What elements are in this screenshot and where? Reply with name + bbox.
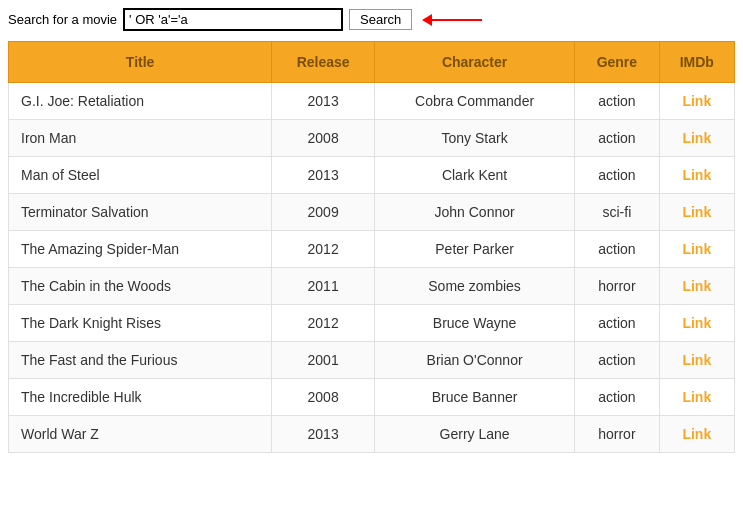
table-row: The Fast and the Furious2001Brian O'Conn…: [9, 342, 735, 379]
cell-character: Cobra Commander: [375, 83, 575, 120]
cell-imdb-link[interactable]: Link: [659, 194, 734, 231]
cell-genre: action: [575, 231, 660, 268]
col-character: Character: [375, 42, 575, 83]
cell-release: 2012: [272, 231, 375, 268]
cell-title: The Amazing Spider-Man: [9, 231, 272, 268]
cell-genre: action: [575, 157, 660, 194]
cell-release: 2013: [272, 83, 375, 120]
table-row: World War Z2013Gerry LanehorrorLink: [9, 416, 735, 453]
cell-genre: action: [575, 379, 660, 416]
cell-imdb-link[interactable]: Link: [659, 342, 734, 379]
table-row: The Cabin in the Woods2011Some zombiesho…: [9, 268, 735, 305]
cell-title: The Fast and the Furious: [9, 342, 272, 379]
cell-genre: horror: [575, 268, 660, 305]
cell-title: World War Z: [9, 416, 272, 453]
cell-genre: horror: [575, 416, 660, 453]
table-row: The Amazing Spider-Man2012Peter Parkerac…: [9, 231, 735, 268]
cell-release: 2012: [272, 305, 375, 342]
table-row: The Dark Knight Rises2012Bruce Wayneacti…: [9, 305, 735, 342]
cell-genre: action: [575, 305, 660, 342]
cell-imdb-link[interactable]: Link: [659, 231, 734, 268]
cell-title: Terminator Salvation: [9, 194, 272, 231]
table-body: G.I. Joe: Retaliation2013Cobra Commander…: [9, 83, 735, 453]
cell-genre: action: [575, 83, 660, 120]
cell-imdb-link[interactable]: Link: [659, 83, 734, 120]
search-button[interactable]: Search: [349, 9, 412, 30]
cell-genre: action: [575, 342, 660, 379]
cell-release: 2008: [272, 379, 375, 416]
cell-title: The Incredible Hulk: [9, 379, 272, 416]
col-imdb: IMDb: [659, 42, 734, 83]
cell-release: 2011: [272, 268, 375, 305]
cell-title: Iron Man: [9, 120, 272, 157]
movies-table: Title Release Character Genre IMDb G.I. …: [8, 41, 735, 453]
cell-genre: action: [575, 120, 660, 157]
cell-release: 2009: [272, 194, 375, 231]
cell-title: G.I. Joe: Retaliation: [9, 83, 272, 120]
cell-imdb-link[interactable]: Link: [659, 416, 734, 453]
cell-imdb-link[interactable]: Link: [659, 268, 734, 305]
search-label: Search for a movie: [8, 12, 117, 27]
cell-imdb-link[interactable]: Link: [659, 120, 734, 157]
cell-release: 2013: [272, 157, 375, 194]
table-row: G.I. Joe: Retaliation2013Cobra Commander…: [9, 83, 735, 120]
cell-title: The Cabin in the Woods: [9, 268, 272, 305]
col-title: Title: [9, 42, 272, 83]
cell-character: Tony Stark: [375, 120, 575, 157]
cell-character: Bruce Wayne: [375, 305, 575, 342]
cell-imdb-link[interactable]: Link: [659, 305, 734, 342]
table-row: Iron Man2008Tony StarkactionLink: [9, 120, 735, 157]
search-input[interactable]: [123, 8, 343, 31]
search-bar: Search for a movie Search: [8, 8, 735, 31]
svg-marker-1: [422, 14, 432, 26]
col-release: Release: [272, 42, 375, 83]
cell-character: John Connor: [375, 194, 575, 231]
cell-imdb-link[interactable]: Link: [659, 379, 734, 416]
col-genre: Genre: [575, 42, 660, 83]
cell-character: Some zombies: [375, 268, 575, 305]
table-header: Title Release Character Genre IMDb: [9, 42, 735, 83]
cell-character: Clark Kent: [375, 157, 575, 194]
arrow-indicator: [422, 10, 492, 30]
cell-character: Peter Parker: [375, 231, 575, 268]
cell-release: 2013: [272, 416, 375, 453]
table-row: The Incredible Hulk2008Bruce Banneractio…: [9, 379, 735, 416]
cell-genre: sci-fi: [575, 194, 660, 231]
cell-character: Bruce Banner: [375, 379, 575, 416]
cell-release: 2008: [272, 120, 375, 157]
cell-release: 2001: [272, 342, 375, 379]
table-row: Man of Steel2013Clark KentactionLink: [9, 157, 735, 194]
cell-imdb-link[interactable]: Link: [659, 157, 734, 194]
cell-character: Gerry Lane: [375, 416, 575, 453]
cell-title: The Dark Knight Rises: [9, 305, 272, 342]
cell-character: Brian O'Connor: [375, 342, 575, 379]
table-row: Terminator Salvation2009John Connorsci-f…: [9, 194, 735, 231]
cell-title: Man of Steel: [9, 157, 272, 194]
